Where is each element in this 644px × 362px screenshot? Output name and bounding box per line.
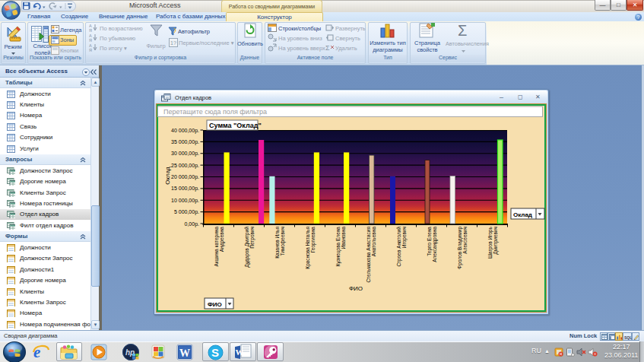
svg-text:10 000,00р.: 10 000,00р.: [171, 198, 199, 204]
svg-text:5 000,00р.: 5 000,00р.: [174, 209, 199, 215]
svg-text:ФИО: ФИО: [349, 285, 363, 292]
svg-text:S: S: [211, 346, 219, 359]
svg-text:Ивановна: Ивановна: [341, 227, 346, 249]
svg-text:Я: Я: [89, 48, 92, 52]
svg-text:Алексеевич: Алексеевич: [462, 227, 468, 254]
svg-text:20 000,00р.: 20 000,00р.: [171, 174, 199, 180]
svg-text:Дмитриевич: Дмитриевич: [493, 227, 499, 255]
svg-text:15 000,00р.: 15 000,00р.: [171, 186, 199, 192]
svg-text:Андреевна: Андреевна: [219, 227, 225, 252]
svg-text:Петрович: Петрович: [249, 227, 255, 249]
svg-text:Оклад: Оклад: [164, 167, 171, 185]
svg-text:Сумма "Оклад": Сумма "Оклад": [209, 122, 262, 129]
svg-text:Я: Я: [89, 38, 92, 42]
svg-text:Перетащите сюда поля фильтра: Перетащите сюда поля фильтра: [163, 108, 267, 116]
svg-text:Анатольевна: Анатольевна: [371, 227, 376, 257]
svg-text:0,00р.: 0,00р.: [185, 221, 200, 227]
svg-text:W: W: [179, 348, 190, 359]
svg-text:Казанов Илья: Казанов Илья: [274, 227, 280, 259]
svg-text:ФИО: ФИО: [208, 301, 222, 308]
svg-text:Александровна: Александровна: [432, 227, 438, 262]
svg-text:Стельмахова Анастасия: Стельмахова Анастасия: [366, 227, 371, 283]
svg-text:Тимофеевич: Тимофеевич: [280, 227, 286, 256]
svg-text:Георгиевна: Георгиевна: [310, 227, 316, 253]
svg-text:Σ: Σ: [458, 22, 467, 39]
svg-text:W: W: [236, 348, 244, 357]
svg-text:40 000,00р.: 40 000,00р.: [171, 128, 199, 134]
svg-text:Оклад: Оклад: [513, 211, 532, 218]
svg-text:SQL: SQL: [624, 335, 632, 340]
svg-text:Σ: Σ: [325, 44, 330, 52]
svg-text:1?: 1?: [170, 40, 176, 46]
svg-text:25 000,00р.: 25 000,00р.: [171, 163, 199, 169]
svg-text:30 000,00р.: 30 000,00р.: [171, 151, 199, 157]
svg-text:Игоревич: Игоревич: [401, 227, 408, 248]
svg-text:35 000,00р.: 35 000,00р.: [171, 139, 199, 145]
svg-text:Я: Я: [89, 28, 92, 32]
